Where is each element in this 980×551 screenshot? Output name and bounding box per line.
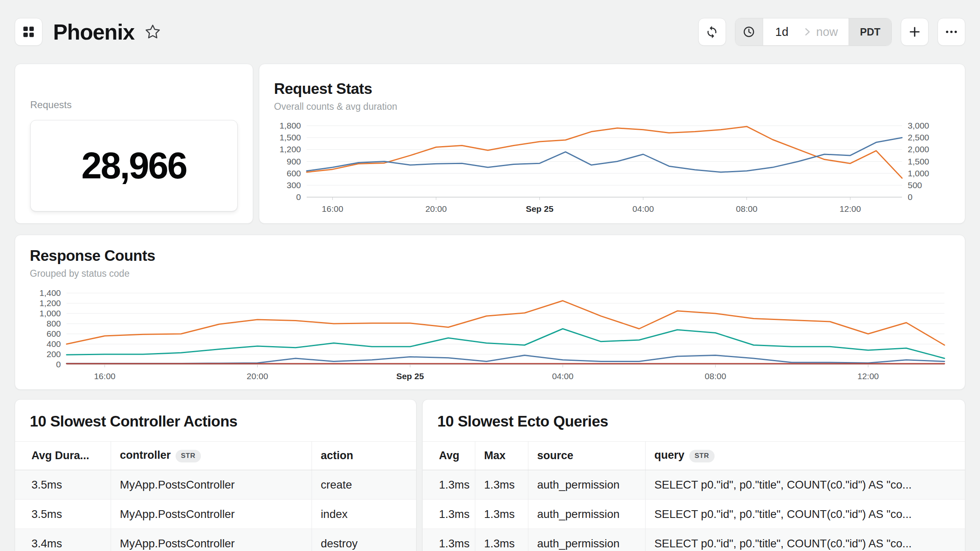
svg-text:04:00: 04:00 bbox=[633, 204, 654, 213]
svg-text:300: 300 bbox=[287, 180, 301, 190]
add-button[interactable] bbox=[901, 18, 929, 46]
table-cell: 1.3ms bbox=[423, 500, 475, 529]
table-row[interactable]: 3.4msMyApp.PostsControllerdestroy bbox=[15, 529, 416, 551]
topbar-right: 1d now PDT bbox=[698, 18, 965, 46]
svg-text:1,200: 1,200 bbox=[279, 144, 301, 154]
svg-text:04:00: 04:00 bbox=[552, 371, 574, 381]
column-header[interactable]: Avg bbox=[423, 442, 475, 470]
table-row[interactable]: 3.5msMyApp.PostsControllerindex bbox=[15, 500, 416, 529]
requests-stat-card[interactable]: 28,966 bbox=[30, 120, 238, 211]
type-badge: STR bbox=[689, 450, 715, 462]
svg-text:800: 800 bbox=[47, 319, 61, 328]
svg-text:3,000: 3,000 bbox=[908, 121, 929, 130]
column-header[interactable]: controllerSTR bbox=[111, 442, 312, 470]
column-header[interactable]: Avg Dura... bbox=[15, 442, 111, 470]
column-label: action bbox=[321, 449, 354, 462]
refresh-button[interactable] bbox=[698, 18, 726, 46]
table-row[interactable]: 3.5msMyApp.PostsControllercreate bbox=[15, 470, 416, 500]
table-cell: auth_permission bbox=[528, 529, 645, 551]
plus-icon bbox=[907, 24, 922, 39]
response-counts-chart[interactable]: 02004006008001,0001,2001,40016:0020:00Se… bbox=[30, 285, 950, 385]
requests-panel: Requests 28,966 bbox=[15, 64, 253, 224]
table-row[interactable]: 1.3ms1.3msauth_permissionSELECT p0."id",… bbox=[423, 529, 965, 551]
star-icon bbox=[144, 23, 161, 40]
table-cell: 3.5ms bbox=[15, 500, 111, 529]
svg-text:200: 200 bbox=[47, 349, 61, 359]
topbar-left: Phoenix bbox=[15, 18, 161, 46]
column-header[interactable]: source bbox=[528, 442, 645, 470]
column-label: Max bbox=[484, 449, 506, 462]
time-range-end-label: now bbox=[816, 25, 838, 39]
table-cell: MyApp.PostsController bbox=[111, 529, 312, 551]
chevron-right-icon bbox=[802, 26, 813, 38]
svg-text:900: 900 bbox=[287, 157, 301, 166]
table-row[interactable]: 1.3ms1.3msauth_permissionSELECT p0."id",… bbox=[423, 470, 965, 500]
svg-text:0: 0 bbox=[908, 192, 913, 202]
table-header-row: Avg Dura...controllerSTRaction bbox=[15, 442, 416, 470]
ecto-queries-panel: 10 Slowest Ecto Queries AvgMaxsourcequer… bbox=[422, 399, 965, 551]
table-cell: MyApp.PostsController bbox=[111, 470, 312, 500]
svg-text:600: 600 bbox=[47, 329, 61, 338]
svg-text:2,000: 2,000 bbox=[908, 144, 929, 154]
topbar: Phoenix 1d bbox=[0, 0, 980, 64]
table-cell: MyApp.PostsController bbox=[111, 500, 312, 529]
grid-icon bbox=[22, 25, 36, 39]
timezone-button[interactable]: PDT bbox=[849, 18, 891, 45]
svg-text:16:00: 16:00 bbox=[322, 204, 343, 213]
request-stats-subtitle: Overall counts & avg duration bbox=[274, 101, 950, 112]
column-header[interactable]: action bbox=[312, 442, 416, 470]
svg-text:08:00: 08:00 bbox=[705, 371, 726, 381]
table-cell: create bbox=[312, 470, 416, 500]
response-counts-panel: Response Counts Grouped by status code 0… bbox=[15, 235, 965, 390]
svg-text:600: 600 bbox=[287, 169, 301, 178]
column-header[interactable]: Max bbox=[475, 442, 528, 470]
table-cell: auth_permission bbox=[528, 470, 645, 500]
response-counts-title: Response Counts bbox=[30, 247, 950, 264]
time-range-clock-button[interactable] bbox=[735, 18, 763, 45]
svg-text:16:00: 16:00 bbox=[94, 371, 116, 381]
column-label: controller bbox=[120, 449, 171, 461]
svg-text:1,000: 1,000 bbox=[908, 169, 929, 178]
table-cell: destroy bbox=[312, 529, 416, 551]
svg-text:1,500: 1,500 bbox=[908, 157, 929, 166]
table-row[interactable]: 1.3ms1.3msauth_permissionSELECT p0."id",… bbox=[423, 500, 965, 529]
column-label: Avg bbox=[439, 449, 459, 462]
table-header-row: AvgMaxsourcequerySTR bbox=[423, 442, 965, 470]
type-badge: STR bbox=[176, 450, 201, 462]
board-content: Requests 28,966 Request Stats Overall co… bbox=[0, 64, 980, 551]
ellipsis-icon bbox=[944, 24, 959, 39]
svg-text:1,000: 1,000 bbox=[39, 309, 61, 318]
request-stats-title: Request Stats bbox=[274, 80, 950, 98]
table-cell: 1.3ms bbox=[475, 529, 528, 551]
request-stats-chart[interactable]: 003005006001,0009001,5001,2002,0001,5002… bbox=[274, 120, 950, 213]
svg-text:1,500: 1,500 bbox=[279, 133, 301, 142]
table-cell: 1.3ms bbox=[475, 500, 528, 529]
table-cell: index bbox=[312, 500, 416, 529]
svg-text:20:00: 20:00 bbox=[425, 204, 447, 213]
time-range-end[interactable]: now bbox=[801, 18, 849, 45]
svg-text:12:00: 12:00 bbox=[840, 204, 861, 213]
svg-text:1,400: 1,400 bbox=[39, 288, 61, 298]
more-button[interactable] bbox=[938, 18, 965, 46]
clock-icon bbox=[742, 25, 755, 38]
table-cell: SELECT p0."id", p0."title", COUNT(c0."id… bbox=[645, 500, 965, 529]
svg-text:400: 400 bbox=[47, 339, 61, 349]
svg-text:500: 500 bbox=[908, 180, 922, 190]
boards-grid-button[interactable] bbox=[15, 18, 42, 46]
table-cell: 3.5ms bbox=[15, 470, 111, 500]
requests-count-value: 28,966 bbox=[81, 145, 186, 187]
column-label: source bbox=[537, 449, 574, 462]
ecto-queries-title: 10 Slowest Ecto Queries bbox=[437, 413, 950, 430]
table-cell: auth_permission bbox=[528, 500, 645, 529]
response-counts-subtitle: Grouped by status code bbox=[30, 268, 950, 279]
requests-label: Requests bbox=[30, 99, 238, 111]
request-stats-panel: Request Stats Overall counts & avg durat… bbox=[259, 64, 965, 224]
controller-actions-title: 10 Slowest Controller Actions bbox=[30, 413, 401, 430]
column-label: query bbox=[655, 449, 685, 461]
svg-text:12:00: 12:00 bbox=[858, 371, 879, 381]
favorite-star-button[interactable] bbox=[144, 23, 161, 40]
svg-text:0: 0 bbox=[296, 192, 301, 202]
time-range-duration-button[interactable]: 1d bbox=[763, 18, 801, 45]
column-header[interactable]: querySTR bbox=[645, 442, 965, 470]
dashboard-page: Phoenix 1d bbox=[0, 0, 980, 551]
